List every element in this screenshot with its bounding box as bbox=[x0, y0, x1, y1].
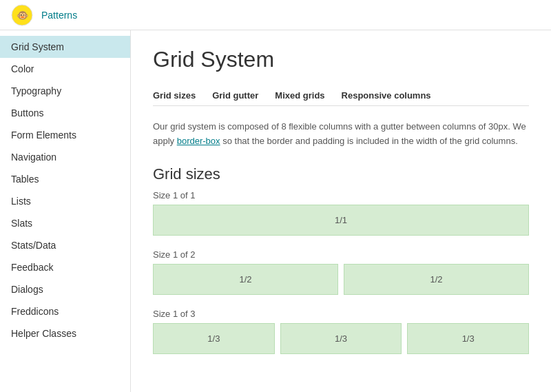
main-content: Grid System Grid sizesGrid gutterMixed g… bbox=[131, 30, 551, 392]
grid-row: 1/31/31/3 bbox=[153, 323, 529, 354]
sidebar-item-feedback[interactable]: Feedback bbox=[0, 256, 130, 278]
grid-cell: 1/1 bbox=[153, 205, 529, 236]
size-label: Size 1 of 1 bbox=[153, 190, 529, 200]
size-label: Size 1 of 3 bbox=[153, 309, 529, 319]
description-text: Our grid system is composed of 8 flexibl… bbox=[153, 120, 529, 149]
sidebar-item-color[interactable]: Color bbox=[0, 58, 130, 80]
layout: Grid SystemColorTypographyButtonsForm El… bbox=[0, 30, 551, 392]
grid-cell: 1/2 bbox=[344, 264, 529, 295]
sidebar-item-dialogs[interactable]: Dialogs bbox=[0, 278, 130, 300]
sidebar-item-helper-classes[interactable]: Helper Classes bbox=[0, 322, 130, 344]
grid-row: 1/21/2 bbox=[153, 264, 529, 295]
page-title: Grid System bbox=[153, 47, 529, 72]
header: 🐵 Patterns bbox=[0, 0, 551, 30]
sidebar-item-form-elements[interactable]: Form Elements bbox=[0, 124, 130, 146]
mailchimp-logo: 🐵 bbox=[11, 4, 33, 26]
grid-row: 1/1 bbox=[153, 205, 529, 236]
grid-cell: 1/3 bbox=[153, 323, 275, 354]
border-box-link[interactable]: border-box bbox=[177, 136, 220, 146]
size-label: Size 1 of 2 bbox=[153, 249, 529, 260]
grid-demo: Size 1 of 31/31/31/3 bbox=[153, 309, 529, 354]
sidebar-item-typography[interactable]: Typography bbox=[0, 80, 130, 102]
tab-mixed-grids[interactable]: Mixed grids bbox=[275, 86, 324, 106]
sidebar: Grid SystemColorTypographyButtonsForm El… bbox=[0, 30, 131, 392]
sidebar-item-grid-system[interactable]: Grid System bbox=[0, 36, 130, 58]
tab-grid-sizes[interactable]: Grid sizes bbox=[153, 86, 196, 106]
sidebar-item-lists[interactable]: Lists bbox=[0, 190, 130, 212]
grid-cell: 1/2 bbox=[153, 264, 338, 295]
sidebar-item-slats[interactable]: Slats bbox=[0, 212, 130, 234]
tab-responsive-columns[interactable]: Responsive columns bbox=[342, 86, 431, 106]
tabs-bar: Grid sizesGrid gutterMixed gridsResponsi… bbox=[153, 86, 529, 106]
svg-text:🐵: 🐵 bbox=[17, 10, 29, 21]
grid-demo: Size 1 of 11/1 bbox=[153, 190, 529, 236]
grid-demos-container: Size 1 of 11/1Size 1 of 21/21/2Size 1 of… bbox=[153, 190, 529, 354]
grid-cell: 1/3 bbox=[407, 323, 529, 354]
sidebar-item-buttons[interactable]: Buttons bbox=[0, 102, 130, 124]
patterns-link[interactable]: Patterns bbox=[41, 10, 77, 21]
section-title: Grid sizes bbox=[153, 165, 529, 183]
sidebar-item-stats-data[interactable]: Stats/Data bbox=[0, 234, 130, 256]
sidebar-item-tables[interactable]: Tables bbox=[0, 168, 130, 190]
sidebar-item-navigation[interactable]: Navigation bbox=[0, 146, 130, 168]
sidebar-item-freddicons[interactable]: Freddicons bbox=[0, 300, 130, 322]
grid-cell: 1/3 bbox=[280, 323, 402, 354]
tab-grid-gutter[interactable]: Grid gutter bbox=[212, 86, 258, 106]
grid-demo: Size 1 of 21/21/2 bbox=[153, 249, 529, 295]
